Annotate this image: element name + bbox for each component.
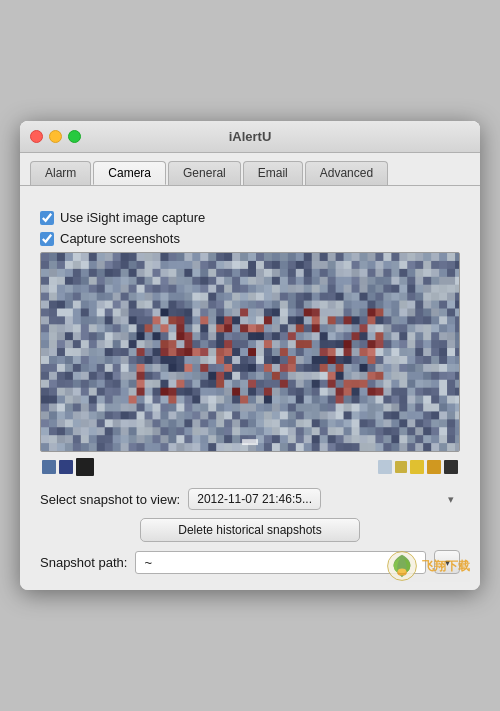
camera-preview <box>40 252 460 452</box>
isight-label: Use iSight image capture <box>60 210 205 225</box>
swatch-2[interactable] <box>59 460 73 474</box>
screenshots-checkbox[interactable] <box>40 232 54 246</box>
snapshot-select[interactable]: 2012-11-07 21:46:5... <box>188 488 321 510</box>
swatch-4[interactable] <box>378 460 392 474</box>
tab-bar: Alarm Camera General Email Advanced <box>20 153 480 185</box>
path-label: Snapshot path: <box>40 555 127 570</box>
tab-alarm[interactable]: Alarm <box>30 161 91 185</box>
window-title: iAlertU <box>229 129 272 144</box>
preview-canvas <box>41 253 459 451</box>
swatch-8[interactable] <box>444 460 458 474</box>
traffic-lights <box>30 130 81 143</box>
color-strip <box>40 458 460 476</box>
select-snapshot-label: Select snapshot to view: <box>40 492 180 507</box>
swatch-3[interactable] <box>76 458 94 476</box>
isight-checkbox-row: Use iSight image capture <box>40 210 460 225</box>
titlebar: iAlertU <box>20 121 480 153</box>
content-area: Use iSight image capture Capture screens… <box>20 198 480 590</box>
tab-advanced[interactable]: Advanced <box>305 161 388 185</box>
maximize-button[interactable] <box>68 130 81 143</box>
tab-email[interactable]: Email <box>243 161 303 185</box>
screenshots-label: Capture screenshots <box>60 231 180 246</box>
svg-point-2 <box>398 568 406 573</box>
delete-snapshots-button[interactable]: Delete historical snapshots <box>140 518 360 542</box>
swatch-7[interactable] <box>427 460 441 474</box>
watermark-logo <box>386 550 418 582</box>
tab-divider <box>20 185 480 186</box>
app-window: iAlertU Alarm Camera General Email Advan… <box>20 121 480 590</box>
tab-general[interactable]: General <box>168 161 241 185</box>
snapshot-select-row: Select snapshot to view: 2012-11-07 21:4… <box>40 488 460 510</box>
snapshot-select-wrapper: 2012-11-07 21:46:5... <box>188 488 460 510</box>
tab-camera[interactable]: Camera <box>93 161 166 185</box>
isight-checkbox[interactable] <box>40 211 54 225</box>
minimize-button[interactable] <box>49 130 62 143</box>
screenshots-checkbox-row: Capture screenshots <box>40 231 460 246</box>
path-input[interactable] <box>135 551 426 574</box>
watermark-text: 飞翔下载 <box>422 558 470 575</box>
close-button[interactable] <box>30 130 43 143</box>
swatch-6[interactable] <box>410 460 424 474</box>
swatch-1[interactable] <box>42 460 56 474</box>
swatch-5[interactable] <box>395 461 407 473</box>
watermark: 飞翔下载 <box>386 550 470 582</box>
